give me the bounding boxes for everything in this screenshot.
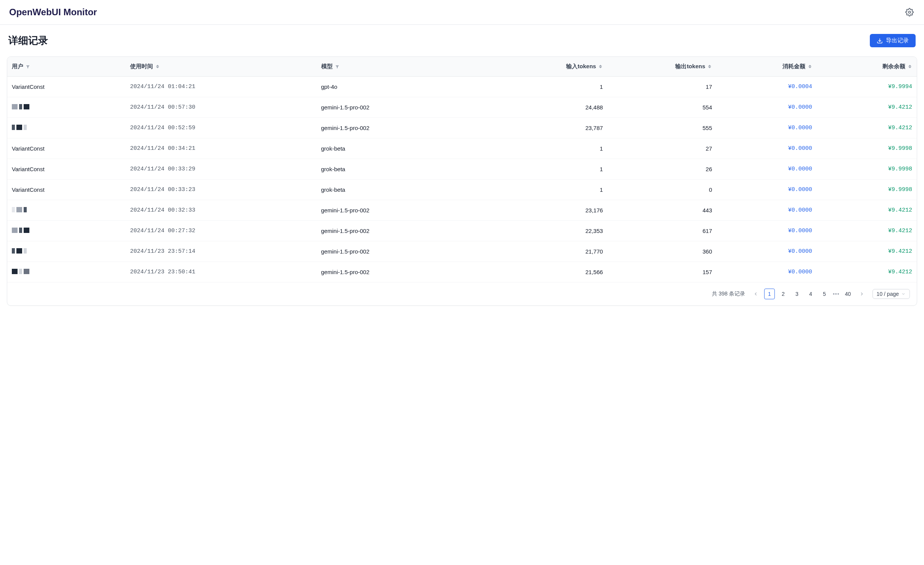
cell-user: VariantConst — [7, 77, 126, 97]
records-table: 用户 使用时间 模型 — [7, 57, 917, 282]
cell-output-tokens: 360 — [607, 241, 716, 262]
cell-user — [7, 97, 126, 118]
cell-user: VariantConst — [7, 159, 126, 180]
prev-page-button[interactable] — [750, 289, 761, 299]
redacted-user — [12, 248, 27, 254]
cell-balance: ¥9.4212 — [817, 97, 917, 118]
cell-input-tokens: 24,488 — [498, 97, 607, 118]
content-area: 详细记录 导出记录 用户 — [0, 25, 924, 315]
cell-cost: ¥0.0000 — [716, 241, 816, 262]
cell-cost: ¥0.0000 — [716, 180, 816, 200]
table-row[interactable]: VariantConst2024/11/24 00:33:23grok-beta… — [7, 180, 917, 200]
export-button[interactable]: 导出记录 — [870, 34, 916, 47]
col-label-output: 输出tokens — [675, 63, 705, 70]
col-header-input-tokens[interactable]: 输入tokens — [498, 57, 607, 77]
cell-input-tokens: 1 — [498, 159, 607, 180]
cell-time: 2024/11/24 00:34:21 — [126, 138, 317, 159]
cell-cost: ¥0.0000 — [716, 221, 816, 241]
cell-input-tokens: 21,770 — [498, 241, 607, 262]
cell-model: gemini-1.5-pro-002 — [317, 262, 499, 282]
page-number-button[interactable]: 3 — [792, 289, 802, 299]
next-page-button[interactable] — [856, 289, 867, 299]
col-label-cost: 消耗金额 — [782, 63, 805, 70]
sort-icon[interactable] — [155, 64, 160, 69]
cell-time: 2024/11/24 00:33:29 — [126, 159, 317, 180]
table-row[interactable]: VariantConst2024/11/24 00:33:29grok-beta… — [7, 159, 917, 180]
table-row[interactable]: VariantConst2024/11/24 00:34:21grok-beta… — [7, 138, 917, 159]
page-size-select[interactable]: 10 / page — [872, 289, 910, 299]
filter-icon[interactable] — [335, 64, 340, 69]
cell-time: 2024/11/24 00:27:32 — [126, 221, 317, 241]
pagination: 共 398 条记录 12345 ••• 40 10 / page — [7, 282, 917, 305]
col-header-model[interactable]: 模型 — [317, 57, 499, 77]
col-header-time[interactable]: 使用时间 — [126, 57, 317, 77]
cell-balance: ¥9.4212 — [817, 118, 917, 138]
sort-icon[interactable] — [808, 64, 812, 69]
cell-model: gemini-1.5-pro-002 — [317, 97, 499, 118]
page-number-button[interactable]: 4 — [805, 289, 816, 299]
table-row[interactable]: 2024/11/24 00:52:59gemini-1.5-pro-00223,… — [7, 118, 917, 138]
table-row[interactable]: 2024/11/23 23:57:14gemini-1.5-pro-00221,… — [7, 241, 917, 262]
cell-balance: ¥9.9994 — [817, 77, 917, 97]
cell-input-tokens: 21,566 — [498, 262, 607, 282]
sort-icon[interactable] — [908, 64, 912, 69]
page-size-label: 10 / page — [877, 291, 899, 297]
redacted-user — [12, 104, 29, 109]
cell-user — [7, 241, 126, 262]
cell-output-tokens: 555 — [607, 118, 716, 138]
redacted-user — [12, 207, 27, 212]
cell-user — [7, 221, 126, 241]
col-header-balance[interactable]: 剩余余额 — [817, 57, 917, 77]
redacted-user — [12, 269, 29, 274]
svg-point-0 — [908, 11, 911, 13]
col-header-user[interactable]: 用户 — [7, 57, 126, 77]
gear-icon — [905, 8, 914, 16]
cell-model: gpt-4o — [317, 77, 499, 97]
pager-ellipsis[interactable]: ••• — [833, 291, 840, 297]
table-row[interactable]: 2024/11/23 23:50:41gemini-1.5-pro-00221,… — [7, 262, 917, 282]
cell-cost: ¥0.0000 — [716, 159, 816, 180]
cell-output-tokens: 157 — [607, 262, 716, 282]
last-page-button[interactable]: 40 — [843, 289, 853, 299]
cell-model: grok-beta — [317, 159, 499, 180]
table-row[interactable]: VariantConst2024/11/24 01:04:21gpt-4o117… — [7, 77, 917, 97]
cell-balance: ¥9.9998 — [817, 180, 917, 200]
cell-time: 2024/11/24 00:52:59 — [126, 118, 317, 138]
cell-user: VariantConst — [7, 138, 126, 159]
col-header-output-tokens[interactable]: 输出tokens — [607, 57, 716, 77]
page-header: 详细记录 导出记录 — [7, 34, 917, 47]
col-label-time: 使用时间 — [130, 63, 153, 70]
cell-balance: ¥9.4212 — [817, 221, 917, 241]
chevron-down-icon — [901, 292, 906, 296]
cell-model: gemini-1.5-pro-002 — [317, 241, 499, 262]
cell-input-tokens: 22,353 — [498, 221, 607, 241]
cell-model: gemini-1.5-pro-002 — [317, 200, 499, 221]
sort-icon[interactable] — [707, 64, 712, 69]
cell-input-tokens: 1 — [498, 138, 607, 159]
sort-icon[interactable] — [598, 64, 603, 69]
cell-cost: ¥0.0000 — [716, 138, 816, 159]
page-number-button[interactable]: 5 — [819, 289, 830, 299]
cell-output-tokens: 554 — [607, 97, 716, 118]
table-row[interactable]: 2024/11/24 00:27:32gemini-1.5-pro-00222,… — [7, 221, 917, 241]
cell-balance: ¥9.4212 — [817, 200, 917, 221]
col-header-cost[interactable]: 消耗金额 — [716, 57, 816, 77]
cell-output-tokens: 0 — [607, 180, 716, 200]
chevron-left-icon — [753, 291, 758, 297]
cell-input-tokens: 23,176 — [498, 200, 607, 221]
brand-title[interactable]: OpenWebUI Monitor — [9, 7, 97, 18]
settings-button[interactable] — [904, 7, 915, 18]
cell-time: 2024/11/24 00:33:23 — [126, 180, 317, 200]
page-number-button[interactable]: 2 — [778, 289, 789, 299]
download-icon — [877, 38, 883, 44]
filter-icon[interactable] — [26, 64, 30, 69]
page-number-button[interactable]: 1 — [764, 289, 775, 299]
cell-cost: ¥0.0000 — [716, 200, 816, 221]
cell-model: gemini-1.5-pro-002 — [317, 221, 499, 241]
cell-time: 2024/11/24 01:04:21 — [126, 77, 317, 97]
redacted-user — [12, 125, 27, 130]
table-row[interactable]: 2024/11/24 00:32:33gemini-1.5-pro-00223,… — [7, 200, 917, 221]
export-label: 导出记录 — [886, 37, 909, 44]
table-row[interactable]: 2024/11/24 00:57:30gemini-1.5-pro-00224,… — [7, 97, 917, 118]
cell-user — [7, 118, 126, 138]
